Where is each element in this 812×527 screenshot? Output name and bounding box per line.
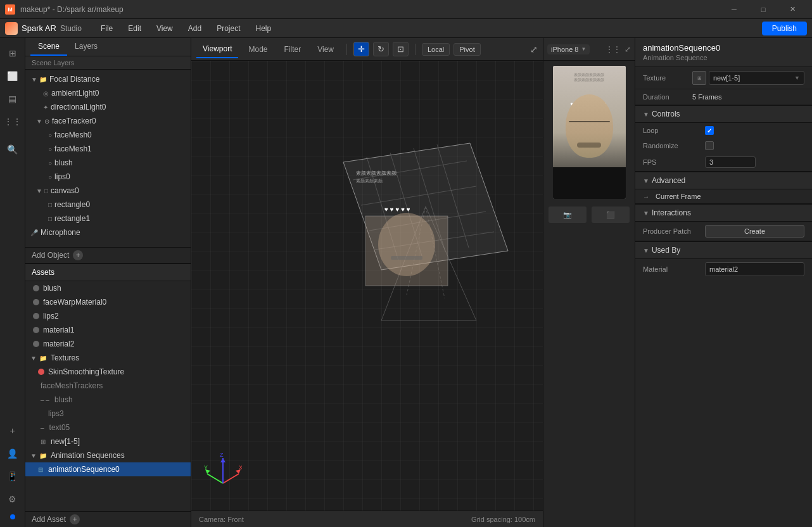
tree-item-facemesh1[interactable]: ○ faceMesh1 xyxy=(25,142,191,156)
camera-icon[interactable]: ⬜ xyxy=(3,66,23,86)
vp-expand-btn[interactable]: ⤢ xyxy=(530,44,538,54)
used-by-section: ▼ Used By Material material2 xyxy=(635,241,812,279)
menu-view[interactable]: View xyxy=(150,23,179,34)
person-icon[interactable]: 👤 xyxy=(3,443,23,464)
asset-lips2[interactable]: lips2 xyxy=(25,309,191,323)
preview-record-btn[interactable]: ⬛ xyxy=(592,206,630,223)
tree-item-rect1[interactable]: □ rectangle1 xyxy=(25,212,191,225)
tree-item-lips0[interactable]: ○ lips0 xyxy=(25,170,191,184)
maximize-button[interactable]: □ xyxy=(749,0,778,19)
menu-edit[interactable]: Edit xyxy=(122,23,148,34)
menu-project[interactable]: Project xyxy=(210,23,246,34)
loop-checkbox[interactable]: ✓ xyxy=(705,126,714,135)
publish-button[interactable]: Publish xyxy=(762,22,807,35)
asset-material2[interactable]: material2 xyxy=(25,337,191,351)
tree-item-ambient[interactable]: ◎ ambientLight0 xyxy=(25,86,191,100)
svg-text:素颜素颜素颜: 素颜素颜素颜 xyxy=(356,179,383,184)
vp-pivot-btn[interactable]: Pivot xyxy=(454,43,480,56)
right-panel: animationSequence0 Animation Sequence Te… xyxy=(635,38,812,527)
menu-help[interactable]: Help xyxy=(250,23,278,34)
add-asset-row[interactable]: Add Asset + xyxy=(25,511,191,527)
menu-file[interactable]: File xyxy=(94,23,119,34)
title-bar: M makeup* - D:/spark ar/makeup ─ □ ✕ xyxy=(0,0,812,19)
graph-icon[interactable]: ⋮⋮ xyxy=(3,111,23,132)
device-selector[interactable]: iPhone 8 ▼ xyxy=(547,44,590,54)
duration-value: 5 Frames xyxy=(692,93,721,101)
tree-item-focal[interactable]: ▼ 📁 Focal Distance xyxy=(25,72,191,86)
icon-bar: ⊞ ⬜ ▤ ⋮⋮ 🔍 + 👤 📱 ⚙ xyxy=(0,38,25,527)
asset-blush[interactable]: blush xyxy=(25,281,191,295)
textures-group-header[interactable]: ▼ 📁 Textures xyxy=(25,351,191,365)
add-icon[interactable]: + xyxy=(3,421,23,441)
svg-text:X: X xyxy=(239,464,242,471)
advanced-section-header[interactable]: ▼ Advanced xyxy=(635,172,812,189)
settings-icon[interactable]: ⚙ xyxy=(3,489,23,509)
vp-scale-tool[interactable]: ⊡ xyxy=(393,42,409,56)
tree-item-facemesh0[interactable]: ○ faceMesh0 xyxy=(25,128,191,142)
asset-anim-seq0[interactable]: ⊟ animationSequence0 xyxy=(25,462,191,476)
vp-tab-mode[interactable]: Mode xyxy=(242,41,274,58)
tree-item-facetracker[interactable]: ▼ ⊙ faceTracker0 xyxy=(25,114,191,128)
asset-skinsmooting[interactable]: SkinSmoothingTexture xyxy=(25,365,191,379)
preview-panel: iPhone 8 ▼ ⋮⋮ ⤢ 素颜素颜素颜素颜素颜素颜素颜素颜 ♥ ♥ ♥ ♥… xyxy=(543,38,635,527)
asset-dot xyxy=(33,313,39,319)
add-object-row[interactable]: Add Object + xyxy=(25,247,191,264)
scene-icon[interactable]: ⊞ xyxy=(3,43,23,63)
search-icon[interactable]: 🔍 xyxy=(3,139,23,160)
add-object-label: Add Object xyxy=(32,251,69,260)
asset-facewarp[interactable]: faceWarpMaterial0 xyxy=(25,295,191,309)
asset-facemeshtrackers[interactable]: faceMeshTrackers xyxy=(25,379,191,393)
fps-input[interactable] xyxy=(705,156,756,168)
layers-tab[interactable]: Layers xyxy=(67,38,105,56)
vp-local-btn[interactable]: Local xyxy=(422,43,450,56)
brand-logo xyxy=(5,22,18,35)
tree-item-canvas0[interactable]: ▼ □ canvas0 xyxy=(25,184,191,198)
randomize-checkbox[interactable] xyxy=(705,141,714,150)
duration-row: Duration 5 Frames xyxy=(635,89,812,105)
used-by-section-header[interactable]: ▼ Used By xyxy=(635,241,812,259)
duration-label: Duration xyxy=(643,93,687,101)
asset-lips3[interactable]: lips3 xyxy=(25,407,191,421)
vp-tab-view[interactable]: View xyxy=(311,41,340,58)
vp-tab-viewport[interactable]: Viewport xyxy=(196,41,238,58)
vp-rotate-tool[interactable]: ↻ xyxy=(373,42,389,56)
device-icon[interactable]: 📱 xyxy=(3,466,23,486)
tree-label-rect0: rectangle0 xyxy=(54,200,90,209)
pivot-label: Pivot xyxy=(459,46,474,53)
tree-item-microphone[interactable]: 🎤 Microphone xyxy=(25,225,191,239)
add-object-icon[interactable]: + xyxy=(73,250,83,260)
svg-text:Z: Z xyxy=(220,452,224,458)
tree-item-directional[interactable]: ✦ directionalLight0 xyxy=(25,100,191,114)
asset-new15[interactable]: ⊞ new[1-5] xyxy=(25,435,191,448)
brand: Spark AR Studio xyxy=(5,22,82,35)
close-button[interactable]: ✕ xyxy=(778,0,807,19)
prop-subtitle: Animation Sequence xyxy=(643,54,804,61)
vp-tab-filter[interactable]: Filter xyxy=(278,41,308,58)
asset-blush-tex[interactable]: – – blush xyxy=(25,393,191,407)
preview-screenshot-btn[interactable]: 📷 xyxy=(549,206,587,223)
viewport-canvas[interactable]: 素颜素颜素颜素颜 素颜素颜素颜 ♥ ♥ ♥ ♥ ♥ X xyxy=(191,61,543,511)
panel-tabs: Scene Layers xyxy=(25,38,191,56)
svg-point-18 xyxy=(378,213,435,276)
texture-dropdown[interactable]: new[1-5] ▼ xyxy=(709,71,804,85)
create-button[interactable]: Create xyxy=(705,225,804,238)
scene-tab[interactable]: Scene xyxy=(30,38,67,56)
controls-caret-icon: ▼ xyxy=(643,111,649,118)
asset-text05[interactable]: – text05 xyxy=(25,421,191,435)
anim-group-header[interactable]: ▼ 📁 Animation Sequences xyxy=(25,448,191,462)
menu-add[interactable]: Add xyxy=(182,23,208,34)
tree-item-rect0[interactable]: □ rectangle0 xyxy=(25,198,191,212)
minimize-button[interactable]: ─ xyxy=(720,0,749,19)
tree-label-rect1: rectangle1 xyxy=(54,214,90,223)
svg-line-20 xyxy=(223,474,239,483)
tree-item-blush[interactable]: ○ blush xyxy=(25,156,191,170)
asset-material1[interactable]: material1 xyxy=(25,323,191,337)
texture-select[interactable]: ⊞ new[1-5] ▼ xyxy=(692,71,804,85)
interactions-section-header[interactable]: ▼ Interactions xyxy=(635,204,812,222)
material-value-box[interactable]: material2 xyxy=(705,262,804,276)
vp-move-tool[interactable]: ✛ xyxy=(353,42,369,56)
layers-icon[interactable]: ▤ xyxy=(3,89,23,109)
controls-section-header[interactable]: ▼ Controls xyxy=(635,105,812,123)
add-asset-icon[interactable]: + xyxy=(70,514,80,524)
scene-tree[interactable]: ▼ 📁 Focal Distance ◎ ambientLight0 ✦ dir… xyxy=(25,70,191,247)
